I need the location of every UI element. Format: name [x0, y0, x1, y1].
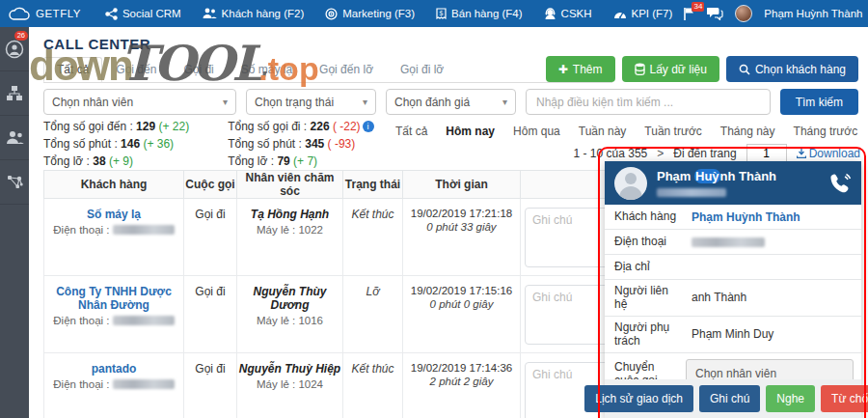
- reject-button[interactable]: Từ chối: [821, 385, 868, 412]
- call-status: Kết thúc: [351, 362, 393, 376]
- col-agent: Nhân viên chăm sóc: [237, 171, 343, 199]
- info-icon[interactable]: i: [363, 121, 374, 132]
- sidebar-item-users[interactable]: [0, 116, 29, 160]
- search-input[interactable]: [526, 89, 771, 115]
- employee-select[interactable]: Chọn nhân viên: [43, 89, 236, 115]
- page-title: CALL CENTER: [43, 36, 150, 52]
- note-button[interactable]: Ghi chú: [699, 385, 760, 412]
- stat-label: Tổng số gọi đến :: [43, 120, 133, 133]
- status-select[interactable]: Chọn trạng thái: [246, 89, 376, 115]
- time-filter-last-week[interactable]: Tuần trước: [644, 125, 701, 138]
- tab-goi-di[interactable]: Gọi đi: [170, 57, 227, 82]
- nav-item-social-crm[interactable]: Social CRM: [95, 8, 192, 20]
- tab-so-may-la[interactable]: Số máy lạ: [228, 57, 306, 82]
- agent-extension: Máy lẻ : 1024: [237, 378, 342, 390]
- popup-field-customer: Khách hàng Phạm Huỳnh Thành: [605, 205, 861, 230]
- nav-item-khach-hang[interactable]: Khách hàng (F2): [192, 8, 315, 19]
- incoming-stats: Tổng số gọi đến : 129 (+ 22) Tổng số phú…: [43, 120, 189, 172]
- popup-header: Phạm Huỳnh Thành: [605, 161, 861, 205]
- next-page-arrow[interactable]: >: [657, 147, 664, 160]
- time-filter-all[interactable]: Tất cả: [395, 125, 427, 138]
- col-time: Thời gian: [403, 171, 521, 199]
- add-button[interactable]: ✚ Thêm: [546, 56, 615, 82]
- call-answer-icon[interactable]: [828, 173, 852, 194]
- nav-label: Marketing (F3): [342, 8, 415, 19]
- choose-customer-button[interactable]: Chọn khách hàng: [726, 56, 858, 82]
- nav-label: Social CRM: [122, 8, 181, 19]
- stat-delta: (+ 36): [143, 137, 174, 151]
- phone-label: Điện thoại :: [53, 315, 109, 326]
- gauge-icon: [613, 9, 627, 19]
- customer-link[interactable]: pantado: [44, 362, 183, 376]
- receipt-icon: $: [436, 8, 447, 20]
- call-type-tabs: Tất cả Gọi đến Gọi đi Số máy lạ Gọi đến …: [43, 59, 612, 83]
- database-icon: [635, 63, 645, 75]
- pagination-bar: 1 - 10 của 355 > Đi đến trang Download: [574, 144, 861, 162]
- tab-goi-den[interactable]: Gọi đến: [102, 57, 170, 82]
- customer-link[interactable]: Số máy lạ: [44, 208, 183, 221]
- popup-field-phone: Điện thoại: [605, 230, 861, 255]
- search-button[interactable]: Tìm kiếm: [780, 89, 858, 115]
- customer-profile-link[interactable]: Phạm Huỳnh Thành: [686, 207, 861, 228]
- goto-page-input[interactable]: [746, 144, 787, 162]
- fetch-data-label: Lấy dữ liệu: [650, 63, 707, 76]
- stat-value: 146: [121, 137, 140, 151]
- tab-goi-di-lo[interactable]: Gọi đi lỡ: [387, 57, 457, 82]
- listen-button[interactable]: Nghe: [766, 385, 815, 412]
- status-select-value: Chọn trạng thái: [255, 96, 334, 109]
- sidebar-item-org-chart[interactable]: [0, 71, 29, 116]
- nav-item-kpi[interactable]: KPI (F7): [603, 8, 684, 19]
- stat-value: 129: [136, 120, 155, 133]
- stat-delta: ( -93): [328, 137, 356, 151]
- users-group-icon: [6, 130, 24, 145]
- tab-goi-den-lo[interactable]: Gọi đến lỡ: [306, 57, 387, 82]
- user-name[interactable]: Phạm Huỳnh Thành: [764, 8, 862, 19]
- header-actions: ✚ Thêm Lấy dữ liệu Chọn khách hàng: [546, 56, 858, 82]
- download-label: Download: [809, 147, 860, 160]
- download-link[interactable]: Download: [797, 147, 860, 160]
- nav-item-cskh[interactable]: CSKH: [533, 8, 603, 20]
- col-customer: Khách hàng: [44, 171, 184, 199]
- nav-item-marketing[interactable]: Marketing (F3): [314, 8, 425, 20]
- call-stats: Tổng số gọi đến : 129 (+ 22) Tổng số phú…: [43, 120, 374, 172]
- left-sidebar: 26: [0, 27, 29, 418]
- share-icon: [105, 8, 118, 20]
- sidebar-item-contacts[interactable]: 26: [0, 27, 29, 71]
- call-duration: 2 phút 2 giây: [403, 376, 520, 387]
- phone-redacted: [113, 225, 175, 235]
- tab-tat-ca[interactable]: Tất cả: [43, 57, 102, 82]
- time-filter-today[interactable]: Hôm nay: [446, 125, 495, 138]
- notifications-button[interactable]: 34: [683, 7, 695, 21]
- nav-item-ban-hang[interactable]: $ Bán hàng (F4): [425, 8, 533, 20]
- call-type: Gọi đi: [195, 362, 225, 376]
- field-label: Người liên hệ: [605, 280, 686, 316]
- incoming-call-popup: Phạm Huỳnh Thành Khách hàng Phạm Huỳnh T…: [605, 161, 861, 418]
- brand-logo[interactable]: GETFLY: [0, 7, 95, 21]
- field-label: Địa chỉ: [605, 256, 686, 277]
- stat-value: 345: [305, 137, 324, 151]
- history-button[interactable]: Lịch sử giao dịch: [584, 385, 693, 412]
- phone-label: Điện thoại :: [53, 378, 109, 390]
- popup-footer: Lịch sử giao dịch Ghi chú Nghe Từ chối: [605, 379, 861, 418]
- nav-label: Khách hàng (F2): [222, 8, 305, 19]
- rating-select[interactable]: Chọn đánh giá: [386, 89, 516, 115]
- sitemap-icon: [6, 85, 23, 101]
- caller-avatar: [614, 167, 647, 200]
- fetch-data-button[interactable]: Lấy dữ liệu: [622, 56, 719, 82]
- time-filter-last-month[interactable]: Tháng trước: [794, 125, 858, 138]
- stat-label: Tổng số phút :: [228, 137, 302, 151]
- customer-link[interactable]: Công Ty TNHH Dược Nhân Đường: [44, 285, 183, 312]
- agent-extension: Máy lẻ : 1016: [237, 315, 342, 326]
- chat-button[interactable]: [707, 7, 723, 20]
- employee-select-value: Chọn nhân viên: [52, 96, 133, 109]
- user-avatar[interactable]: [735, 5, 752, 22]
- time-filter-yesterday[interactable]: Hôm qua: [513, 125, 560, 138]
- top-navbar: GETFLY Social CRM Khách hàng (F2) Market…: [0, 0, 868, 27]
- target-icon: [325, 8, 338, 20]
- nav-label: CSKH: [561, 8, 592, 19]
- time-filter-this-month[interactable]: Tháng này: [720, 125, 775, 138]
- sidebar-item-network[interactable]: [0, 160, 29, 205]
- stat-delta: (+ 22): [158, 120, 189, 133]
- add-label: Thêm: [573, 63, 603, 76]
- time-filter-this-week[interactable]: Tuần này: [579, 125, 627, 138]
